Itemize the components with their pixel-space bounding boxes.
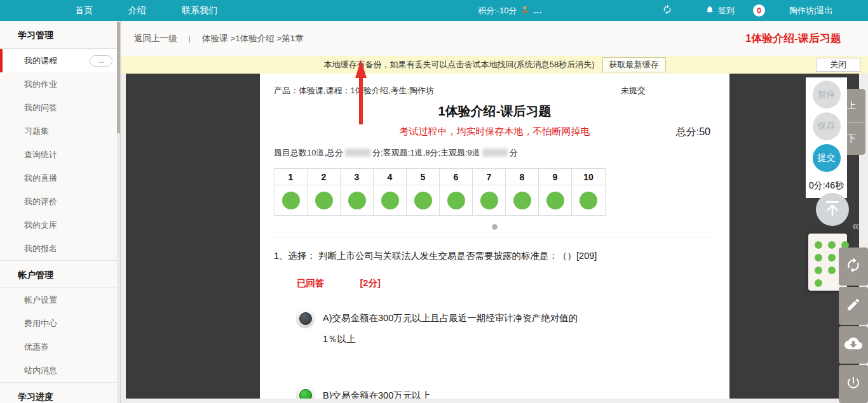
back-link[interactable]: 返回上一级 <box>134 33 177 44</box>
question-status-cell[interactable] <box>374 185 407 215</box>
breadcrumb: 返回上一级 | 体验课 >1体验介绍 >第1章 1体验介绍-课后习题 <box>121 21 868 56</box>
option-b[interactable]: B)交易金额在300万元以上 <box>274 387 715 399</box>
question-number-cell[interactable]: 2 <box>308 169 341 185</box>
stats-text-3: 分 <box>510 148 518 157</box>
question-number-cell[interactable]: 8 <box>506 169 539 185</box>
question-number-cell[interactable]: 1 <box>275 169 308 185</box>
get-latest-cache-button[interactable]: 获取最新缓存 <box>602 57 666 72</box>
sidebar-item[interactable]: 帐户设置 <box>0 288 120 312</box>
answered-dot <box>315 192 333 209</box>
question-number-cell[interactable]: 3 <box>341 169 374 185</box>
question-status-cell[interactable] <box>539 185 572 215</box>
toolbar-download-button[interactable] <box>839 326 868 364</box>
nav-item-1[interactable]: 介绍 <box>128 5 146 17</box>
sidebar-item[interactable]: 优惠券 <box>0 335 120 359</box>
question-number-cell[interactable]: 4 <box>374 169 407 185</box>
nav-item-2[interactable]: 联系我们 <box>182 5 217 17</box>
topbar: 首页介绍联系我们 积分:-10分 ... 签到 0 陶作坊|退出 <box>0 0 868 21</box>
sidebar-item-label: 帐户设置 <box>24 295 57 305</box>
question-number-cell[interactable]: 7 <box>473 169 506 185</box>
redacted-score-1 <box>345 149 370 157</box>
question-status-cell[interactable] <box>275 185 308 215</box>
question-number-cell[interactable]: 5 <box>407 169 440 185</box>
sidebar-item[interactable]: 我的报名 <box>0 237 120 260</box>
radio-dark-dot <box>299 312 312 325</box>
sidebar-item[interactable]: 我的问答 <box>0 96 120 119</box>
breadcrumb-path[interactable]: 体验课 >1体验介绍 >第1章 <box>202 33 304 44</box>
pagination-dot[interactable] <box>492 224 498 230</box>
sidebar-item[interactable]: 我的文库 <box>0 213 120 237</box>
pause-button[interactable]: 暂停 <box>813 81 841 109</box>
option-a-line2: 1％以上 <box>323 333 578 347</box>
question-status-cell[interactable] <box>572 185 605 215</box>
sidebar-scrollbar[interactable] <box>117 21 120 403</box>
sidebar-scrollbar-thumb[interactable] <box>117 22 120 133</box>
answered-dot <box>546 192 564 209</box>
points-display: 积分:-10分 ... <box>478 0 542 21</box>
question-dot-row <box>275 185 605 215</box>
question-number-cell[interactable]: 9 <box>539 169 572 185</box>
cache-notice-bar: 本地缓存有备份，如果有丢失可以点击尝试本地找回(系统消息58秒后消失) 获取最新… <box>121 56 868 74</box>
exam-control-panel: 暂停 保存 提交 0分:46秒 <box>806 77 847 198</box>
sidebar-item-label: 费用中心 <box>24 319 57 328</box>
power-icon <box>846 375 861 393</box>
toolbar-refresh-button[interactable] <box>839 248 868 286</box>
sidebar-item[interactable]: 站内消息 <box>0 359 120 382</box>
mini-answered-dot <box>815 254 822 261</box>
back-to-top-button[interactable] <box>816 193 849 226</box>
collapse-panel-button[interactable]: « <box>852 218 859 233</box>
sidebar-item-label: 我的课程 <box>24 56 57 65</box>
signin-button[interactable]: 签到 <box>705 0 735 21</box>
answered-dot <box>447 192 465 209</box>
sidebar-item[interactable]: 我的直播 <box>0 166 120 190</box>
question-status-cell[interactable] <box>440 185 473 215</box>
points-more[interactable]: ... <box>533 6 542 15</box>
sidebar-item[interactable]: 我的评价 <box>0 190 120 213</box>
red-annotation-arrow <box>353 60 369 127</box>
app-root: 首页介绍联系我们 积分:-10分 ... 签到 0 陶作坊|退出 <box>0 0 868 403</box>
sidebar-item[interactable]: 查询统计 <box>0 143 120 166</box>
sidebar-item[interactable]: 我的作业 <box>0 72 120 96</box>
toolbar-power-button[interactable] <box>839 365 868 403</box>
sidebar-more-button[interactable]: ... <box>90 55 112 67</box>
question-status-cell[interactable] <box>407 185 440 215</box>
question-status-cell[interactable] <box>506 185 539 215</box>
question-status-cell[interactable] <box>473 185 506 215</box>
option-b-radio[interactable] <box>297 387 314 399</box>
topbar-refresh-button[interactable] <box>662 0 672 21</box>
radio-selected-dot <box>299 389 312 399</box>
toolbar-edit-button[interactable] <box>839 287 868 325</box>
sidebar-item-label: 我的评价 <box>24 197 57 206</box>
stats-text-2: 分;客观题:1道,8分;主观题:9道 <box>372 148 480 157</box>
option-a-radio[interactable] <box>297 310 314 327</box>
answer-status-row: 已回答 [2分] <box>274 277 715 289</box>
submit-button[interactable]: 提交 <box>813 144 841 172</box>
question-status-cell[interactable] <box>341 185 374 215</box>
sidebar-section-header: 学习管理 <box>0 21 120 49</box>
answered-dot <box>348 192 366 209</box>
sidebar-item[interactable]: 我的课程... <box>0 49 120 72</box>
question-number-cell[interactable]: 10 <box>572 169 605 185</box>
signin-label: 签到 <box>718 5 735 17</box>
option-b-text: B)交易金额在300万元以上 <box>323 387 430 399</box>
question-number-cell[interactable]: 6 <box>440 169 473 185</box>
sidebar-item[interactable]: 费用中心 <box>0 312 120 335</box>
option-a-text: A)交易金额在300万元以上且占最近一期经审计净资产绝对值的 1％以上 <box>323 310 578 347</box>
question-status-cell[interactable] <box>308 185 341 215</box>
sidebar-item-label: 我的文库 <box>24 220 57 230</box>
sidebar-item-label: 我的问答 <box>24 103 57 112</box>
refresh-icon <box>845 257 862 276</box>
mini-answered-dot <box>815 279 822 287</box>
sidebar-item-label: 查询统计 <box>24 150 57 159</box>
nav-item-0[interactable]: 首页 <box>75 5 93 17</box>
save-button[interactable]: 保存 <box>813 112 841 140</box>
close-notice-button[interactable]: 关闭 <box>816 58 860 72</box>
mini-answered-dot <box>828 254 836 261</box>
sidebar-item[interactable]: 习题集 <box>0 119 120 143</box>
right-toolbar <box>839 248 868 403</box>
mini-answered-dot <box>815 267 822 274</box>
option-a[interactable]: A)交易金额在300万元以上且占最近一期经审计净资产绝对值的 1％以上 <box>274 310 715 347</box>
notification-badge[interactable]: 0 <box>753 0 765 21</box>
answered-dot <box>414 192 432 209</box>
user-logout-link[interactable]: 陶作坊|退出 <box>789 0 832 21</box>
